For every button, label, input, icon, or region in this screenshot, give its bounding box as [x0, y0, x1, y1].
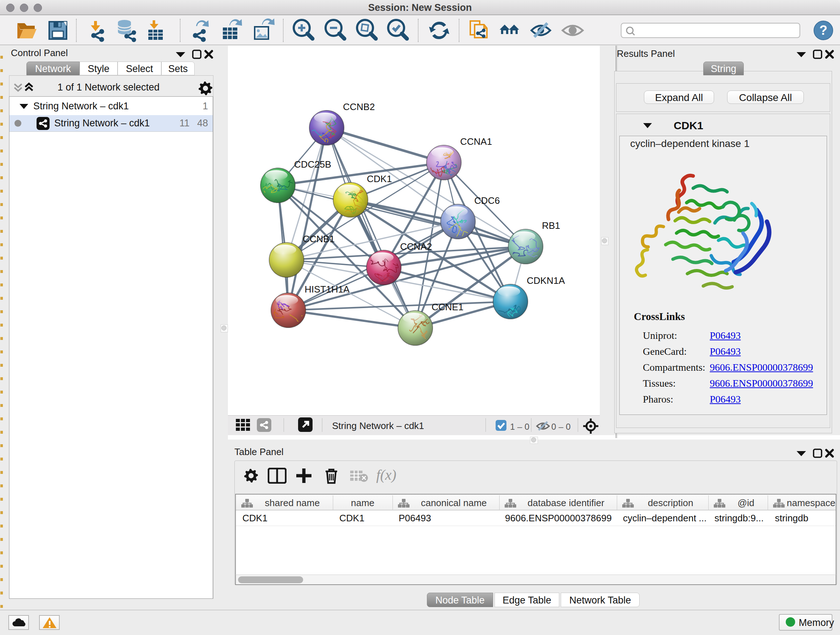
svg-text:?: ?: [819, 23, 827, 38]
svg-text:CCNE1: CCNE1: [431, 302, 463, 312]
svg-text:CCNB2: CCNB2: [343, 101, 375, 112]
svg-text:CDC6: CDC6: [474, 195, 500, 206]
svg-text:CDKN1A: CDKN1A: [527, 275, 565, 286]
svg-text:CCNB1: CCNB1: [303, 233, 335, 244]
svg-text:CCNA1: CCNA1: [460, 136, 492, 147]
svg-text:RB1: RB1: [542, 220, 561, 231]
svg-text:CDK1: CDK1: [367, 173, 392, 184]
svg-text:CDC25B: CDC25B: [294, 159, 332, 170]
svg-text:HIST1H1A: HIST1H1A: [305, 284, 350, 295]
svg-text:CCNA2: CCNA2: [400, 241, 432, 252]
